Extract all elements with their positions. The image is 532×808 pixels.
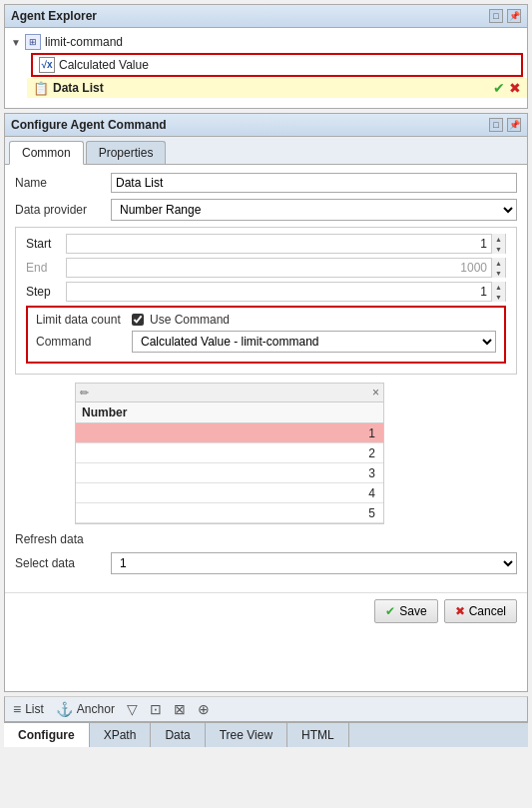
limit-data-count-box: Limit data count Use Command Command Cal… [26, 306, 506, 364]
tree-toggle-limit[interactable]: ▼ [11, 37, 21, 48]
limit-command-icon: ⊞ [25, 34, 41, 50]
data-cell-val-5: 5 [232, 506, 383, 520]
tree-item-limit-command[interactable]: ▼ ⊞ limit-command [5, 32, 527, 52]
bottom-tab-configure[interactable]: Configure [4, 723, 90, 747]
tree-item-calc-wrap: √x Calculated Value [5, 53, 527, 77]
toolbar-item-delete[interactable]: ⊠ [174, 701, 186, 717]
start-row: Start ▲ ▼ [26, 234, 506, 254]
data-cell-val-4: 4 [232, 486, 383, 500]
tab-common[interactable]: Common [9, 141, 84, 165]
data-cell-empty-5 [76, 511, 232, 515]
tab-properties[interactable]: Properties [86, 141, 167, 164]
data-provider-row: Data provider Number Range Array Manual [15, 199, 517, 221]
bottom-tab-data[interactable]: Data [151, 723, 205, 747]
pencil-icon: ✏ [80, 387, 89, 400]
step-spinner: ▲ ▼ [491, 282, 505, 302]
bottom-tab-treeview[interactable]: Tree View [206, 723, 287, 747]
data-cell-val-3: 3 [232, 466, 383, 480]
minimize-button[interactable]: □ [489, 9, 503, 23]
save-label: Save [399, 604, 426, 618]
configure-panel-title: Configure Agent Command [11, 118, 167, 132]
data-row-5[interactable]: 5 [76, 503, 383, 523]
reject-icon[interactable]: ✖ [509, 80, 521, 96]
data-row-1[interactable]: 1 [76, 423, 383, 443]
data-preview-header: ✏ × [76, 384, 383, 403]
data-column-header: Number [76, 403, 383, 423]
use-command-label: Use Command [150, 313, 230, 327]
anchor-label: Anchor [77, 702, 115, 716]
end-input[interactable] [67, 259, 491, 277]
bottom-tabbar: Configure XPath Data Tree View HTML [4, 722, 528, 747]
step-spin-down[interactable]: ▼ [492, 292, 505, 302]
command-row: Command Calculated Value - limit-command [36, 331, 496, 353]
cancel-button[interactable]: ✖ Cancel [444, 599, 517, 623]
tree-item-label-calc-value: Calculated Value [59, 58, 149, 72]
save-check-icon: ✔ [385, 604, 395, 618]
toolbar-item-anchor[interactable]: ⚓ Anchor [56, 701, 115, 717]
save-button[interactable]: ✔ Save [374, 599, 437, 623]
data-cell-empty-4 [76, 491, 232, 495]
toolbar-item-list[interactable]: ≡ List [13, 701, 44, 717]
copy-icon: ⊡ [150, 701, 162, 717]
cancel-label: Cancel [469, 604, 506, 618]
toolbar-item-filter[interactable]: ▽ [127, 701, 138, 717]
step-input[interactable] [67, 283, 491, 301]
bottom-tab-html[interactable]: HTML [287, 723, 349, 747]
filter-icon: ▽ [127, 701, 138, 717]
agent-explorer-tree: ▼ ⊞ limit-command √x Calculated Value 📋 … [5, 28, 527, 108]
nav-icon: ⊕ [198, 701, 210, 717]
tree-item-label-limit-command: limit-command [45, 35, 123, 49]
tree-item-data-list[interactable]: 📋 Data List ✔ ✖ [27, 78, 527, 98]
select-data-select[interactable]: 1 2 3 4 5 [111, 552, 517, 574]
number-range-box: Start ▲ ▼ End ▲ ▼ [15, 227, 517, 375]
step-input-wrap: ▲ ▼ [66, 282, 506, 302]
start-label: Start [26, 237, 60, 251]
end-spinner: ▲ ▼ [491, 258, 505, 278]
close-preview-icon[interactable]: × [372, 386, 379, 400]
limit-data-count-label: Limit data count [36, 313, 126, 327]
tree-item-datalist-wrap: 📋 Data List ✔ ✖ [5, 78, 527, 98]
refresh-data-row: Refresh data [15, 532, 517, 546]
toolbar-item-copy[interactable]: ⊡ [150, 701, 162, 717]
bottom-toolbar: ≡ List ⚓ Anchor ▽ ⊡ ⊠ ⊕ [4, 696, 528, 722]
accept-icon[interactable]: ✔ [493, 80, 505, 96]
config-minimize-button[interactable]: □ [489, 118, 503, 132]
name-label: Name [15, 176, 105, 190]
data-row-4[interactable]: 4 [76, 483, 383, 503]
agent-explorer-header: Agent Explorer □ 📌 [5, 5, 527, 28]
step-spin-up[interactable]: ▲ [492, 282, 505, 292]
calc-value-icon: √x [39, 57, 55, 73]
data-preview-table: ✏ × Number 1 2 3 4 5 [75, 383, 384, 524]
start-spinner: ▲ ▼ [491, 234, 505, 254]
end-input-wrap: ▲ ▼ [66, 258, 506, 278]
name-input[interactable] [111, 173, 517, 193]
end-row: End ▲ ▼ [26, 258, 506, 278]
pin-button[interactable]: 📌 [507, 9, 521, 23]
end-label: End [26, 261, 60, 275]
configure-panel-title-area: Configure Agent Command [11, 118, 167, 132]
select-data-row: Select data 1 2 3 4 5 [15, 552, 517, 574]
end-spin-down[interactable]: ▼ [492, 268, 505, 278]
data-cell-empty-1 [76, 431, 232, 435]
data-provider-select[interactable]: Number Range Array Manual [111, 199, 517, 221]
start-spin-down[interactable]: ▼ [492, 244, 505, 254]
command-select[interactable]: Calculated Value - limit-command [132, 331, 496, 353]
step-row: Step ▲ ▼ [26, 282, 506, 302]
tree-item-calculated-value[interactable]: √x Calculated Value [31, 53, 523, 77]
end-spin-up[interactable]: ▲ [492, 258, 505, 268]
data-row-2[interactable]: 2 [76, 443, 383, 463]
bottom-tab-xpath[interactable]: XPath [90, 723, 152, 747]
command-label: Command [36, 335, 126, 349]
configure-agent-command-panel: Configure Agent Command □ 📌 Common Prope… [4, 113, 528, 692]
limit-data-count-row: Limit data count Use Command [36, 313, 496, 327]
tabs-bar: Common Properties [5, 137, 527, 165]
use-command-checkbox[interactable] [132, 314, 144, 326]
data-list-icon: 📋 [33, 80, 49, 96]
toolbar-item-nav[interactable]: ⊕ [198, 701, 210, 717]
start-input[interactable] [67, 235, 491, 253]
config-pin-button[interactable]: 📌 [507, 118, 521, 132]
agent-explorer-panel: Agent Explorer □ 📌 ▼ ⊞ limit-command √x … [4, 4, 528, 109]
start-spin-up[interactable]: ▲ [492, 234, 505, 244]
form-area: Name Data provider Number Range Array Ma… [5, 165, 527, 588]
data-row-3[interactable]: 3 [76, 463, 383, 483]
